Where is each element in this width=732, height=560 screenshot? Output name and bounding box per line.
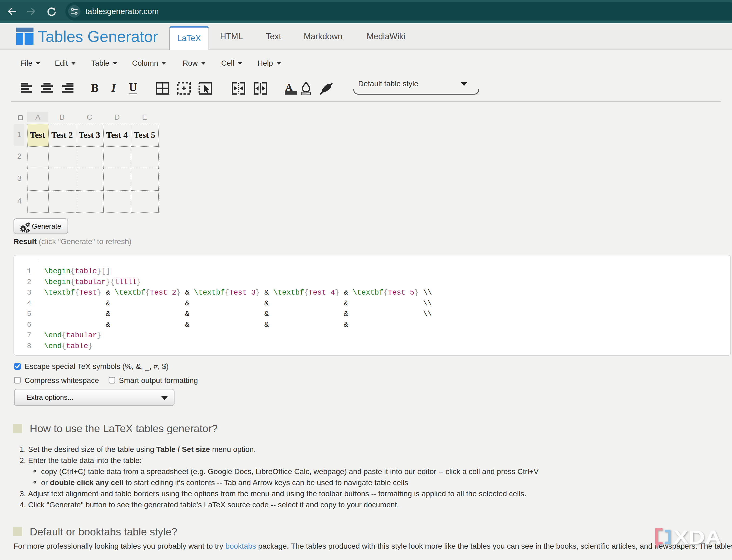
svg-text:XDA: XDA — [673, 528, 721, 548]
